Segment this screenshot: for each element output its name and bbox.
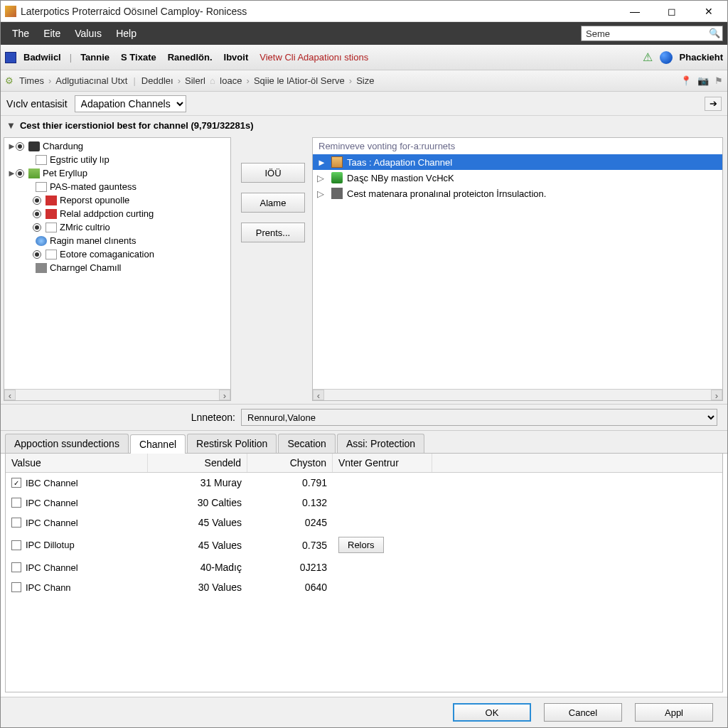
row-checkbox[interactable]	[11, 582, 21, 592]
crumb-2[interactable]: Deddleı	[139, 75, 176, 86]
menu-help[interactable]: Help	[109, 28, 144, 39]
col-vnter[interactable]: Vnter Gentrur	[333, 454, 432, 472]
close-button[interactable]: ✕	[695, 3, 723, 20]
table-row[interactable]: ✓IBC Channel31 Muray0.791	[6, 473, 722, 493]
titlebar: Laterpotics Proterraicd Oösınel Camploy-…	[1, 1, 727, 22]
tab-3[interactable]: Secation	[278, 434, 335, 453]
grid-header: Valsue Sendeld Chyston Vnter Gentrur	[6, 454, 722, 473]
maximize-button[interactable]: ◻	[658, 3, 686, 20]
tb-ibvoit[interactable]: Ibvoit	[220, 50, 253, 64]
right-pane: Reminveve vonting for-a:ruurnets ►Taas :…	[312, 137, 723, 401]
row-checkbox[interactable]	[11, 562, 21, 572]
search-input[interactable]	[581, 26, 723, 41]
tree-item[interactable]: Eotore comaganication	[4, 247, 230, 261]
search-icon: 🔍	[709, 28, 720, 38]
row-checkbox[interactable]	[11, 518, 21, 528]
table-row[interactable]: IPC Chann30 Values0640	[6, 577, 722, 597]
info-icon[interactable]	[660, 51, 673, 64]
btn-iou[interactable]: IÖÜ	[241, 163, 305, 183]
appl-button[interactable]: Appl	[635, 703, 713, 722]
warning-icon[interactable]: ⚠	[643, 50, 653, 64]
cancel-button[interactable]: Cancel	[544, 703, 622, 722]
table-row[interactable]: IPC Channel30 Calties0.132	[6, 493, 722, 513]
right-list-item[interactable]: ▷Cest matenara pronalınal proteicton İrn…	[313, 186, 722, 201]
filter-text: Cest thier icerstioniol best for channel…	[20, 120, 254, 131]
phackient-label[interactable]: Phackieht	[680, 52, 723, 63]
camera-icon[interactable]: 📷	[697, 75, 709, 86]
tab-1[interactable]: Channel	[130, 434, 186, 454]
lnneteon-select[interactable]: Rennurol,Valone	[241, 409, 717, 426]
gear-icon: ⚙	[5, 75, 14, 86]
col-valsue[interactable]: Valsue	[6, 454, 148, 472]
row-checkbox[interactable]	[11, 498, 21, 508]
tree-item[interactable]: ►Pet Eryllup	[4, 166, 230, 180]
view-label: Vıclv entasisit	[6, 98, 68, 109]
lnneteon-label: Lnneteon:	[6, 412, 241, 423]
menu-eite[interactable]: Eite	[36, 28, 68, 39]
menu-valus[interactable]: Valuıs	[68, 28, 109, 39]
view-dropdown[interactable]: Adapation Channels	[75, 95, 186, 112]
breadcrumb: ⚙ Times › Adlgutiacınal Utxt | Deddleı ›…	[1, 70, 727, 92]
table-row[interactable]: IPC Dillotup45 Values0.735Relors	[6, 532, 722, 557]
tree-item[interactable]: Relal addpction curting	[4, 207, 230, 220]
flag-icon[interactable]: ⚑	[714, 75, 723, 86]
tree-item[interactable]: Ragin manel clınents	[4, 234, 230, 247]
tb-badwiicl[interactable]: Badwiicl	[19, 50, 65, 64]
tree-content[interactable]: ►ChardungEgstric utily lıp►Pet EryllupPA…	[4, 138, 230, 389]
save-icon[interactable]	[5, 52, 16, 63]
right-scrollbar[interactable]: ‹›	[313, 389, 722, 400]
crumb-5[interactable]: Sqiie le lAtior-öl Serve	[251, 75, 348, 86]
right-pane-list[interactable]: ►Taas : Adapation Channel▷Daȿc NBy masti…	[313, 154, 722, 389]
tree-item[interactable]: Reporst opunolle	[4, 193, 230, 207]
relors-button[interactable]: Relors	[338, 537, 384, 553]
view-row: Vıclv entasisit Adapation Channels ➔	[1, 92, 727, 116]
tb-stixate[interactable]: S Tixate	[117, 50, 161, 64]
tb-sep: |	[68, 52, 73, 63]
app-icon	[5, 6, 16, 17]
tree-item[interactable]: Egstric utily lıp	[4, 153, 230, 166]
tree-pane: ►ChardungEgstric utily lıp►Pet EryllupPA…	[4, 137, 231, 401]
tab-0[interactable]: Appoction ssundections	[5, 434, 129, 453]
grid: Valsue Sendeld Chyston Vnter Gentrur ✓IB…	[5, 454, 723, 692]
right-pane-header: Reminveve vonting for-a:ruurnets	[313, 138, 722, 154]
grid-body[interactable]: ✓IBC Channel31 Muray0.791IPC Channel30 C…	[6, 473, 722, 692]
crumb-1[interactable]: Adlgutiacınal Utxt	[53, 75, 130, 86]
view-adaptation-link[interactable]: Vietw Cli Adapationı stions	[255, 52, 373, 63]
btn-alame[interactable]: Alame	[241, 193, 305, 213]
tree-scrollbar[interactable]: ‹›	[4, 389, 230, 400]
right-list-item[interactable]: ▷Daȿc NBy mastion VcHcK	[313, 170, 722, 186]
crumb-4[interactable]: Ioace	[217, 75, 245, 86]
crumb-6[interactable]: Size	[353, 75, 377, 86]
lnneteon-row: Lnneteon: Rennurol,Valone	[1, 405, 727, 431]
tree-item[interactable]: ►Chardung	[4, 139, 230, 153]
menubar: The Eite Valuıs Help 🔍	[1, 22, 727, 45]
col-sendeld[interactable]: Sendeld	[148, 454, 247, 472]
mid-buttons: IÖÜ Alame Prents...	[234, 134, 312, 404]
crumb-3[interactable]: Silerl	[182, 75, 208, 86]
tab-4[interactable]: Assi: Protection	[337, 434, 424, 453]
arrow-out-icon[interactable]: ➔	[705, 97, 722, 111]
col-chyston[interactable]: Chyston	[247, 454, 333, 472]
table-row[interactable]: IPC Channel45 Values0245	[6, 513, 722, 532]
tree-item[interactable]: Charngel Chamıll	[4, 261, 230, 274]
minimize-button[interactable]: —	[621, 3, 649, 20]
right-list-item[interactable]: ►Taas : Adapation Channel	[313, 154, 722, 170]
tabs-row: Appoction ssundectionsChannelRestirsk Po…	[1, 431, 727, 454]
crumb-times[interactable]: Times	[16, 75, 47, 86]
toolbar: Badwiicl | Tannie S Tixate Ranedlön. Ibv…	[1, 45, 727, 70]
window-title: Laterpotics Proterraicd Oösınel Camploy-…	[21, 6, 621, 17]
btn-prents[interactable]: Prents...	[241, 223, 305, 242]
tree-item[interactable]: ZMric cultrio	[4, 220, 230, 234]
tb-ranedlon[interactable]: Ranedlön.	[164, 50, 217, 64]
table-row[interactable]: IPC Channel40-Madıç0J213	[6, 557, 722, 577]
ok-button[interactable]: OK	[453, 703, 531, 722]
menu-the[interactable]: The	[5, 28, 36, 39]
filter-row: ▼ Cest thier icerstioniol best for chann…	[1, 116, 727, 134]
dialog-buttons: OK Cancel Appl	[1, 697, 727, 727]
tree-item[interactable]: PAS-mated gauntess	[4, 180, 230, 193]
row-checkbox[interactable]: ✓	[11, 478, 21, 488]
tb-tannie[interactable]: Tannie	[76, 50, 114, 64]
tab-2[interactable]: Restirsk Polition	[187, 434, 277, 453]
pin-icon[interactable]: 📍	[680, 75, 692, 86]
row-checkbox[interactable]	[11, 540, 21, 550]
